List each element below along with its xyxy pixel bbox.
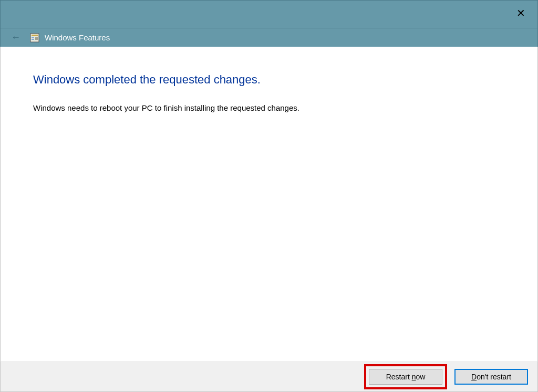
body-text: Windows needs to reboot your PC to finis… (33, 103, 505, 112)
headline-text: Windows completed the requested changes. (33, 73, 505, 87)
svg-rect-4 (35, 37, 38, 40)
header-bar: ← Windows Features (0, 28, 538, 47)
dialog-title: Windows Features (45, 33, 110, 42)
close-button[interactable]: ✕ (512, 5, 529, 22)
button-text-pre: Restart (386, 373, 412, 381)
windows-features-icon (30, 33, 39, 43)
dont-restart-button[interactable]: Don't restart (454, 369, 528, 385)
svg-rect-2 (32, 37, 34, 38)
highlight-box: Restart now (364, 364, 447, 389)
footer-bar: Restart now Don't restart (0, 362, 538, 392)
button-text-underline: D (471, 373, 477, 381)
titlebar: ✕ (0, 0, 538, 28)
svg-rect-3 (32, 39, 34, 40)
content-area: Windows completed the requested changes.… (0, 47, 538, 362)
restart-now-button[interactable]: Restart now (369, 369, 442, 385)
back-arrow-icon: ← (11, 32, 20, 43)
button-text-post: ow (416, 373, 425, 381)
button-text-post: on't restart (477, 373, 511, 381)
close-icon: ✕ (516, 7, 525, 19)
svg-rect-1 (32, 35, 38, 36)
